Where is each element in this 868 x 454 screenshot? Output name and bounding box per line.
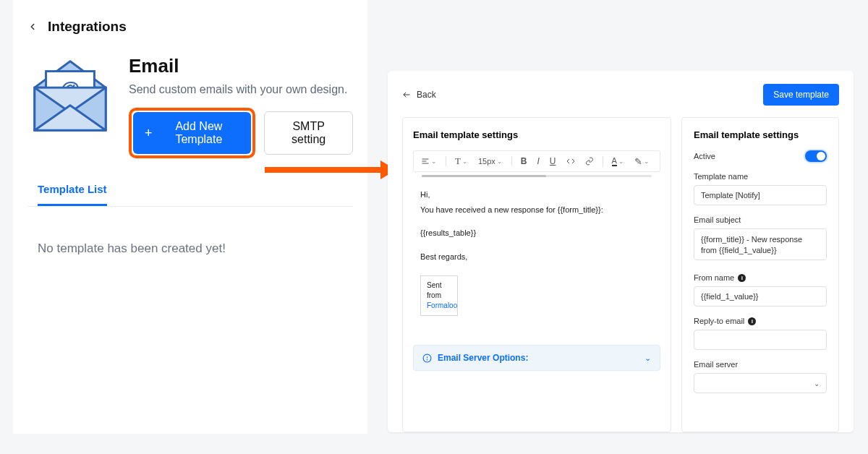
reply-to-label: Reply-to email xyxy=(694,317,744,325)
add-template-label: Add New Template xyxy=(158,120,240,146)
editor-line: You have received a new response for {{f… xyxy=(420,204,653,216)
signature-link[interactable]: Formaloo xyxy=(427,301,457,309)
email-server-label: Email server xyxy=(694,360,827,369)
tb-highlight-icon[interactable]: ✎ ⌄ xyxy=(631,155,652,168)
tab-row: Template List xyxy=(27,176,353,207)
email-subtitle: Send custom emails with your own design. xyxy=(129,83,353,96)
info-icon[interactable]: i xyxy=(738,274,746,282)
info-icon[interactable]: i xyxy=(748,317,756,325)
panel-header: Integrations xyxy=(27,19,353,35)
email-server-options-label: Email Server Options: xyxy=(438,353,528,363)
reply-to-input[interactable] xyxy=(694,330,827,350)
tb-bold-icon[interactable]: B xyxy=(518,155,530,168)
chevron-down-icon: ⌄ xyxy=(497,158,503,165)
editor-back-label: Back xyxy=(417,90,436,100)
add-new-template-button[interactable]: + Add New Template xyxy=(133,112,251,154)
tb-textcolor-icon[interactable]: A ⌄ xyxy=(609,155,627,168)
template-editor-panel: Back Save template Email template settin… xyxy=(388,71,854,432)
save-template-button[interactable]: Save template xyxy=(763,84,839,106)
tb-font-family[interactable]: T ⌄ xyxy=(452,154,471,168)
page-title: Integrations xyxy=(48,19,127,35)
chevron-down-icon: ⌄ xyxy=(462,158,468,165)
tb-align-icon[interactable]: ⌄ xyxy=(418,155,440,167)
from-name-input[interactable] xyxy=(694,286,827,307)
tb-font-size[interactable]: 15px ⌄ xyxy=(475,155,506,167)
editor-content[interactable]: Hi, You have received a new response for… xyxy=(413,184,660,323)
template-name-input[interactable] xyxy=(694,185,827,205)
email-hero: @ Email Send custom emails with your own… xyxy=(27,55,353,158)
email-server-select[interactable] xyxy=(694,373,827,393)
integrations-panel: Integrations @ Email Send custom emails … xyxy=(13,0,367,434)
editor-signature-box: Sent from Formaloo xyxy=(420,275,458,316)
chevron-down-icon: ⌄ xyxy=(644,158,650,165)
email-subject-label: Email subject xyxy=(694,215,827,224)
from-name-label: From name xyxy=(694,273,734,282)
toolbar-scrollbar[interactable] xyxy=(422,175,652,177)
editor-back-button[interactable]: Back xyxy=(402,90,436,100)
email-server-options-toggle[interactable]: Email Server Options: ⌄ xyxy=(413,345,660,371)
tb-italic-icon[interactable]: I xyxy=(534,155,542,168)
chevron-down-icon: ⌄ xyxy=(644,354,651,363)
tab-template-list[interactable]: Template List xyxy=(38,176,107,206)
signature-prefix: Sent from xyxy=(427,281,442,299)
smtp-setting-button[interactable]: SMTP setting xyxy=(264,111,353,155)
back-icon[interactable] xyxy=(27,22,38,32)
tb-underline-icon[interactable]: U xyxy=(547,155,559,168)
svg-point-15 xyxy=(427,359,427,360)
settings-card: Email template settings Active Template … xyxy=(681,117,839,432)
active-toggle[interactable] xyxy=(805,150,827,162)
editor-topbar: Back Save template xyxy=(402,84,839,106)
active-label: Active xyxy=(694,152,715,160)
email-title: Email xyxy=(129,55,353,77)
email-hero-text: Email Send custom emails with your own d… xyxy=(129,55,353,158)
email-subject-input[interactable] xyxy=(694,228,827,260)
empty-state-text: No template has been created yet! xyxy=(38,241,353,256)
tb-link-icon[interactable] xyxy=(582,155,597,167)
tb-code-icon[interactable] xyxy=(563,155,578,167)
tb-font-size-value: 15px xyxy=(478,157,495,166)
editor-card: Email template settings ⌄ T ⌄ 15px xyxy=(402,117,671,432)
editor-toolbar: ⌄ T ⌄ 15px ⌄ B I xyxy=(413,150,660,172)
template-name-label: Template name xyxy=(694,172,827,181)
chevron-down-icon: ⌄ xyxy=(618,158,624,165)
highlight-add-template: + Add New Template xyxy=(129,108,255,158)
editor-line: Hi, xyxy=(420,189,653,201)
settings-title: Email template settings xyxy=(694,129,827,140)
plus-icon: + xyxy=(145,127,153,140)
chevron-down-icon: ⌄ xyxy=(431,158,437,165)
email-icon: @ xyxy=(27,55,113,134)
editor-line: Best regards, xyxy=(420,251,653,263)
editor-title: Email template settings xyxy=(413,129,660,140)
editor-line: {{results_table}} xyxy=(420,227,653,239)
